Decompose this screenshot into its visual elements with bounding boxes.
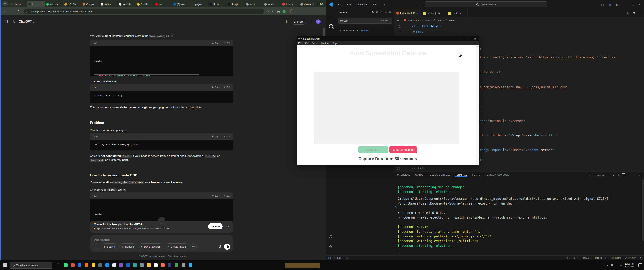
cursor-position[interactable]: Ln 8, Col 3 [566,257,577,259]
account-icon[interactable] [326,232,336,241]
app-menu-view[interactable]: View [311,42,319,45]
start-button[interactable] [3,263,7,267]
edit-button[interactable]: ✎Edit [224,86,230,88]
app-menu-help[interactable]: Help [330,42,338,45]
taskbar-app-icon[interactable] [168,263,172,267]
taskbar-search[interactable]: Type here to search [10,262,52,268]
minimize-button[interactable]: — [623,3,626,6]
maximize-button[interactable]: ▢ [312,3,314,5]
panel-tab[interactable]: OUTPUT [415,174,425,177]
temporary-chat-icon[interactable]: ↥ [285,20,288,23]
taskbar-app-icon[interactable] [119,263,123,267]
more-tools-button[interactable]: ⋯ [190,243,196,250]
regex-icon[interactable]: .* [389,20,390,22]
terminal-profile-label[interactable]: electron [596,174,605,177]
editor-tab[interactable]: index.html M ✕ [394,9,421,17]
close-button[interactable]: ✕ [321,3,323,5]
layout-sidebar-icon[interactable]: ▥ [608,3,611,6]
edit-button[interactable]: ✎Edit [224,195,230,197]
taskbar-app-icon[interactable] [106,263,109,267]
split-editor-icon[interactable]: ⊞ [633,12,635,15]
app-scrollbar[interactable]: ▲▼ [476,45,479,165]
taskbar-app-icon[interactable] [126,263,130,267]
network-icon[interactable]: ▤ [611,264,613,266]
toggle-details-icon[interactable]: ⋯ [336,25,391,28]
get-plus-button[interactable]: Get Plus [208,223,222,229]
tab-close-icon[interactable]: ✕ [42,3,44,6]
composer-tool-button[interactable]: Deep research [138,243,163,250]
share-button[interactable]: ↥ Share [291,19,306,25]
sidebar-toggle-icon[interactable]: ❐ [5,20,8,24]
terminal-output[interactable]: ❯ [nodemon] restarting due to changes...… [398,185,608,256]
notification-center-button[interactable] [638,263,642,267]
encoding[interactable]: UTF-8 [595,257,602,259]
minimize-button[interactable]: — [457,38,459,40]
panel-tab[interactable]: DEBUG CONSOLE [430,174,450,177]
app-menu-edit[interactable]: Edit [304,42,311,45]
close-button[interactable]: ✕ [474,38,476,40]
whole-word-icon[interactable]: ab [385,20,387,22]
formatter-status[interactable]: ✓Prettier [625,257,636,259]
new-chat-icon[interactable]: ✎ [12,20,15,24]
copy-button[interactable]: ⧉Copy [212,86,220,88]
kill-terminal-icon[interactable] [623,174,625,176]
extensions-puzzle-icon[interactable]: ▣ [277,10,280,13]
browser-tab[interactable]: Int ✕ [27,1,45,8]
taskbar-app-icon[interactable] [133,263,137,267]
menu-overflow-icon[interactable]: ⋯ [390,3,393,6]
browser-tab[interactable]: Analyti ✕ [227,1,245,8]
settings-gear-icon[interactable]: ⚙ [326,242,336,251]
edit-extension-icon[interactable]: ✎ [267,10,270,13]
tab-search-button[interactable]: ∨ [2,1,8,6]
browser-tab[interactable]: Input ✕ [245,1,263,8]
copy-button[interactable]: ⧉Copy [212,135,220,138]
more-options-icon[interactable]: ⋮ [310,20,313,24]
reload-button[interactable]: ↻ [18,10,20,14]
copy-button[interactable]: ⧉Copy [212,42,220,44]
maximize-panel-icon[interactable]: ∧ [634,174,636,177]
composer-tool-button[interactable]: Search [101,243,118,250]
model-selector[interactable]: ChatGPT∨ [19,20,34,23]
close-button[interactable]: ✕ [638,3,640,6]
close-panel-icon[interactable]: ✕ [638,174,641,177]
browser-menu-icon[interactable]: ⋮ [289,10,292,13]
sound-icon[interactable]: ♪ [616,264,618,266]
editor-tab[interactable]: render.js M ✕ [421,9,446,17]
panel-tab[interactable]: TERMINAL [455,174,467,177]
avatar[interactable]: S [316,19,320,24]
run-icon[interactable]: ▷ [627,12,630,15]
taskbar-app-icon[interactable] [140,263,144,267]
profile-dropdown-icon[interactable]: ∨ [613,174,614,177]
edit-button[interactable]: ✎Edit [224,42,230,44]
refresh-icon[interactable]: ↻ [372,11,374,14]
menu-view[interactable]: View [372,3,377,6]
app-menu-file[interactable]: File [296,42,304,45]
search-activity-icon[interactable] [326,22,336,31]
browser-tab[interactable]: Project ✕ [208,1,227,8]
language-icon[interactable]: ⌂ [620,264,622,266]
collapse-all-icon[interactable]: ⊞ [389,11,392,14]
voice-mode-button[interactable] [224,244,230,250]
composer-tool-button[interactable]: Create image [165,243,188,250]
browser-tab[interactable]: SQL 50 ✕ [63,1,82,8]
banner-close-icon[interactable]: ✕ [227,225,229,228]
maximize-button[interactable]: ▢ [631,3,633,6]
eol-sequence[interactable]: LF [606,257,608,259]
taskbar-app-icon[interactable] [147,263,151,267]
language-mode[interactable]: { }HTML [612,257,621,259]
sync-changes-icon[interactable]: ↻ [346,257,348,259]
site-info-icon[interactable] [26,10,29,13]
panel-more-icon[interactable]: ⋯ [628,174,630,177]
notifications-bell-icon[interactable]: ◎ [639,257,642,259]
taskbar-app-icon[interactable] [112,263,116,267]
new-terminal-icon[interactable]: + [608,174,610,177]
message-composer[interactable]: Ask anything + Search Reason [90,235,233,252]
capturing-button[interactable]: Capturing... [358,147,388,153]
clear-results-icon[interactable]: ⊟ [376,11,378,14]
taskbar-app-icon[interactable] [161,263,164,267]
microphone-icon[interactable] [219,245,222,249]
address-bar[interactable]: chatgpt.com/c/681ad374-a3dc-8004-a157-f7… [24,9,264,14]
taskbar-app-icon[interactable] [188,263,192,267]
browser-tab[interactable]: localho ✕ [263,1,281,8]
menu-edit[interactable]: Edit [347,3,352,6]
